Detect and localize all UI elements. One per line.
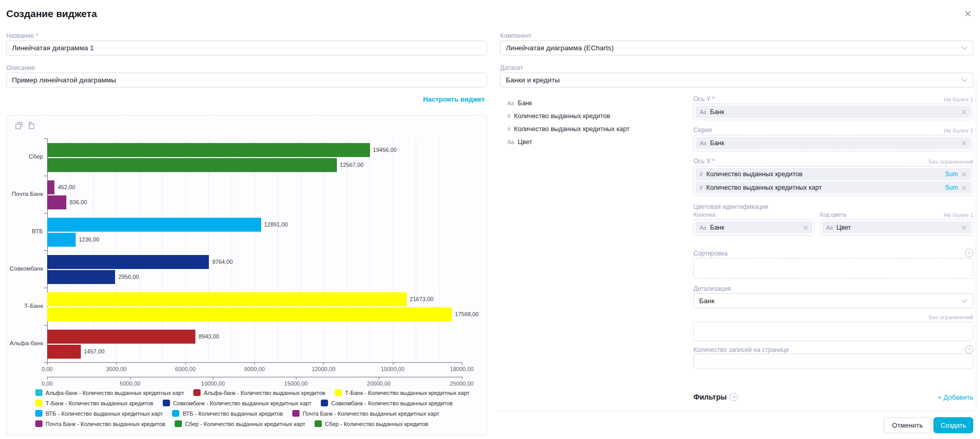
legend-item[interactable]: Почта Банк - Количество выданных кредито… (35, 420, 165, 427)
color-column-label: Колонка (693, 211, 715, 218)
axis-tick-label: 10000,00 (201, 380, 225, 387)
bar-value-label: 19456,00 (373, 143, 397, 157)
color-code-label: Код цвета (820, 211, 846, 218)
bar-value-label: 8943,00 (198, 330, 219, 344)
x-axis-tick (393, 362, 393, 365)
legend-item[interactable]: Сбер - Количество выданных кредитных кар… (175, 420, 305, 427)
name-input[interactable]: Линейчатая диаграмма 1 (6, 40, 487, 55)
legend-label: Совкомбанк - Количество выданных кредито… (331, 400, 453, 406)
axis-tick-label: 0,00 (41, 380, 52, 387)
chip-remove-icon[interactable]: ✕ (961, 185, 967, 191)
y-axis-tick (44, 250, 47, 251)
add-filter-link[interactable]: +Добавить (938, 393, 973, 401)
chip-remove-icon[interactable]: ✕ (961, 140, 967, 147)
grid-line (393, 138, 393, 362)
legend-swatch (315, 420, 322, 427)
field-chip[interactable]: #Количество выданных кредитных картSum✕ (695, 181, 971, 194)
series-dropzone[interactable]: АаБанк✕ (693, 135, 973, 151)
help-icon[interactable]: ? (965, 249, 973, 257)
legend-item[interactable]: Сбер - Количество выданных кредитов (315, 420, 428, 427)
legend-item[interactable]: Совкомбанк - Количество выданных кредитн… (163, 400, 311, 406)
help-icon[interactable]: ? (965, 345, 973, 353)
legend-item[interactable]: Альфа-банк - Количество выданных кредитн… (35, 389, 184, 396)
toolbox-save-image-icon[interactable] (15, 122, 23, 132)
plot-area: Сбер19456,0012567,00Почта Банк452,00836,… (47, 138, 462, 362)
legend-label: Сбер - Количество выданных кредитных кар… (185, 421, 305, 427)
field-list-item[interactable]: АаБанк (507, 96, 630, 109)
x-axis-tick (116, 362, 117, 365)
bar-value-label: 12567,00 (340, 158, 364, 172)
page-size-input[interactable] (693, 353, 973, 369)
bar (47, 143, 370, 157)
color-column-dropzone[interactable]: АаБанк✕ (693, 219, 815, 236)
bar (47, 307, 452, 321)
field-type-icon: # (507, 126, 510, 132)
axis-tick-label: 15000,00 (284, 380, 308, 387)
x-axis-tick (213, 377, 214, 379)
legend-item[interactable]: ВТБ - Количество выданных кредитов (172, 410, 283, 417)
category-label: Т-Банк (7, 303, 43, 309)
legend-label: Почта Банк - Количество выданных кредитн… (303, 410, 439, 417)
dataset-label: Датасет (500, 64, 523, 72)
close-icon[interactable]: ✕ (964, 9, 972, 19)
component-select[interactable]: Линейчатая диаграмма (ECharts) (500, 40, 973, 55)
sorting-dropzone[interactable] (693, 258, 973, 279)
chevron-down-icon (961, 78, 968, 82)
chip-remove-icon[interactable]: ✕ (961, 171, 967, 178)
chip-remove-icon[interactable]: ✕ (803, 224, 808, 231)
legend-item[interactable]: Альфа-банк - Количество выданных кредито… (193, 389, 325, 396)
help-icon[interactable]: ? (730, 393, 738, 401)
detail-select[interactable]: Банк (693, 293, 973, 308)
extra-dropzone[interactable] (693, 322, 973, 341)
dataset-select[interactable]: Банки и кредиты (500, 73, 973, 88)
bar-value-label: 1457,00 (84, 345, 105, 359)
category-label: Почта Банк (7, 191, 43, 197)
legend-swatch (193, 389, 201, 396)
bar (47, 158, 337, 172)
legend-item[interactable]: Почта Банк - Количество выданных кредитн… (292, 410, 439, 417)
toolbox-restore-icon[interactable] (27, 122, 35, 132)
bar-value-label: 21673,00 (410, 292, 434, 306)
x-axis-tick (462, 362, 462, 365)
field-list-item[interactable]: #Количество выданных кредитных карт (507, 122, 630, 135)
y-axis-tick (44, 288, 47, 288)
axis-y-dropzone[interactable]: АаБанк✕ (693, 104, 973, 120)
field-chip[interactable]: #Количество выданных кредитовSum✕ (695, 168, 971, 180)
bar-value-label: 12891,00 (264, 218, 288, 232)
create-button[interactable]: Создать (933, 417, 973, 433)
legend-item[interactable]: ВТБ - Количество выданных кредитных карт (35, 410, 163, 417)
color-code-dropzone[interactable]: АаЦвет✕ (820, 219, 973, 236)
legend-item[interactable]: Совкомбанк - Количество выданных кредито… (321, 400, 453, 406)
aggregation-badge[interactable]: Sum (945, 184, 958, 191)
field-chip[interactable]: АаЦвет✕ (822, 221, 971, 234)
field-chip[interactable]: АаБанк✕ (695, 106, 971, 118)
bar-value-label: 2956,00 (118, 270, 139, 284)
bar-value-label: 836,00 (69, 195, 87, 209)
legend-item[interactable]: Т-Банк - Количество выданных кредитов (35, 400, 153, 406)
dataset-field-list: АаБанк#Количество выданных кредитов#Коли… (507, 96, 630, 148)
category-label: Альфа-банк (7, 340, 43, 346)
field-chip[interactable]: АаБанк✕ (695, 221, 813, 234)
legend-label: Сбер - Количество выданных кредитов (325, 421, 428, 427)
configure-widget-link[interactable]: Настроить виджет (417, 95, 485, 103)
field-list-item[interactable]: #Количество выданных кредитов (507, 109, 630, 122)
chip-remove-icon[interactable]: ✕ (961, 224, 967, 231)
description-label: Описание (6, 64, 35, 72)
aggregation-badge[interactable]: Sum (945, 171, 958, 178)
field-type-icon: Аа (700, 109, 706, 115)
grid-line (370, 138, 370, 362)
description-input[interactable]: Пример линейчатой диаграммы (6, 73, 487, 88)
legend-label: Почта Банк - Количество выданных кредито… (46, 421, 165, 427)
axis-tick-label: 12000,00 (311, 366, 335, 372)
field-list-item[interactable]: АаЦвет (507, 135, 630, 148)
x-axis-tick (296, 377, 296, 379)
field-type-icon: # (700, 171, 703, 177)
field-chip[interactable]: АаБанк✕ (695, 137, 971, 149)
legend-item[interactable]: Т-Банк - Количество выданных кредитных к… (335, 389, 470, 396)
axis-tick-label: 25000,00 (450, 380, 474, 387)
chip-remove-icon[interactable]: ✕ (961, 109, 967, 116)
legend-swatch (35, 420, 42, 427)
color-ident-limit: Не более 1 (901, 212, 973, 218)
cancel-button[interactable]: Отменить (884, 417, 931, 433)
axis-x-dropzone[interactable]: #Количество выданных кредитовSum✕#Количе… (693, 166, 973, 196)
